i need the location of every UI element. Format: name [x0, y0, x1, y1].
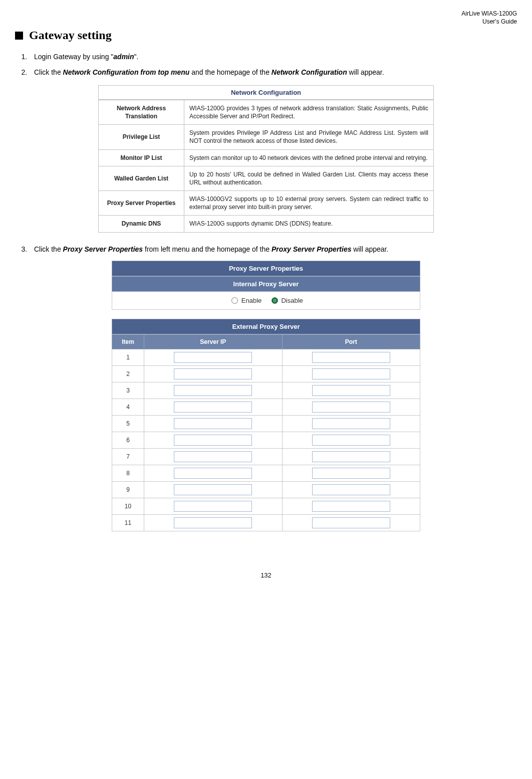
- netcfg-row-label[interactable]: Monitor IP List: [99, 149, 184, 166]
- enable-option[interactable]: Enable: [229, 297, 261, 304]
- table-row: 1: [112, 349, 420, 366]
- table-row: 11: [112, 515, 420, 531]
- item-number: 3: [112, 382, 144, 399]
- table-row: 6: [112, 432, 420, 449]
- server-ip-input[interactable]: [174, 484, 252, 495]
- internal-proxy-banner: Internal Proxy Server: [112, 276, 420, 292]
- table-row: Network Address TranslationWIAS-1200G pr…: [99, 100, 434, 124]
- port-input[interactable]: [312, 484, 390, 495]
- square-bullet-icon: [15, 32, 23, 40]
- netcfg-row-desc: WIAS-1200G supports dynamic DNS (DDNS) f…: [184, 216, 434, 232]
- netcfg-row-desc: System can monitor up to 40 network devi…: [184, 149, 434, 166]
- network-config-table: Network Address TranslationWIAS-1200G pr…: [98, 100, 434, 233]
- table-row: Walled Garden ListUp to 20 hosts' URL co…: [99, 166, 434, 190]
- item-number: 10: [112, 498, 144, 515]
- server-ip-input[interactable]: [174, 517, 252, 528]
- netcfg-row-desc: Up to 20 hosts' URL could be defined in …: [184, 166, 434, 190]
- netcfg-row-label[interactable]: Network Address Translation: [99, 100, 184, 124]
- table-row: Monitor IP ListSystem can monitor up to …: [99, 149, 434, 166]
- server-ip-input[interactable]: [174, 368, 252, 379]
- network-config-title: Network Configuration: [98, 85, 434, 100]
- table-row: 7: [112, 449, 420, 465]
- doc-title: User's Guide: [482, 18, 517, 25]
- item-number: 8: [112, 465, 144, 482]
- step-3: Click the Proxy Server Properties from l…: [29, 242, 517, 257]
- item-number: 7: [112, 449, 144, 465]
- table-row: 8: [112, 465, 420, 482]
- server-ip-input[interactable]: [174, 501, 252, 512]
- admin-keyword: admin: [113, 53, 134, 61]
- steps-list-continued: Click the Proxy Server Properties from l…: [15, 242, 517, 257]
- port-input[interactable]: [312, 352, 390, 363]
- table-row: Dynamic DNSWIAS-1200G supports dynamic D…: [99, 216, 434, 232]
- port-input[interactable]: [312, 435, 390, 446]
- server-ip-input[interactable]: [174, 468, 252, 479]
- port-input[interactable]: [312, 451, 390, 462]
- disable-option[interactable]: Disable: [269, 297, 303, 304]
- port-input[interactable]: [312, 418, 390, 429]
- item-number: 2: [112, 366, 144, 382]
- server-ip-input[interactable]: [174, 451, 252, 462]
- external-proxy-banner: External Proxy Server: [112, 319, 420, 334]
- proxy-properties-screenshot: Proxy Server Properties Internal Proxy S…: [112, 261, 420, 531]
- netcfg-row-desc: WIAS-1000GV2 supports up to 10 external …: [184, 191, 434, 216]
- item-number: 1: [112, 349, 144, 366]
- item-number: 9: [112, 482, 144, 498]
- network-config-screenshot: Network Configuration Network Address Tr…: [98, 85, 434, 233]
- doc-header: AirLive WIAS-1200G User's Guide: [15, 10, 517, 26]
- section-heading: Gateway setting: [15, 29, 517, 42]
- port-input[interactable]: [312, 402, 390, 413]
- server-ip-input[interactable]: [174, 402, 252, 413]
- netcfg-row-label[interactable]: Walled Garden List: [99, 166, 184, 190]
- external-proxy-table: Item Server IP Port 1234567891011: [112, 334, 420, 531]
- table-row: Privilege ListSystem provides Privilege …: [99, 125, 434, 149]
- section-title-text: Gateway setting: [29, 29, 112, 42]
- enable-radio[interactable]: [231, 297, 238, 304]
- table-row: 9: [112, 482, 420, 498]
- steps-list: Login Gateway by using "admin". Click th…: [15, 49, 517, 80]
- netcfg-row-label[interactable]: Dynamic DNS: [99, 216, 184, 232]
- port-input[interactable]: [312, 468, 390, 479]
- netcfg-row-label[interactable]: Proxy Server Properties: [99, 191, 184, 216]
- item-number: 5: [112, 416, 144, 432]
- table-row: 5: [112, 416, 420, 432]
- server-ip-input[interactable]: [174, 352, 252, 363]
- proxy-title-banner: Proxy Server Properties: [112, 261, 420, 276]
- netcfg-row-label[interactable]: Privilege List: [99, 125, 184, 149]
- port-input[interactable]: [312, 385, 390, 396]
- product-name: AirLive WIAS-1200G: [461, 10, 517, 17]
- col-item: Item: [112, 335, 144, 349]
- server-ip-input[interactable]: [174, 385, 252, 396]
- port-input[interactable]: [312, 501, 390, 512]
- netcfg-row-desc: WIAS-1200G provides 3 types of network a…: [184, 100, 434, 124]
- col-port: Port: [282, 335, 420, 349]
- port-input[interactable]: [312, 368, 390, 379]
- item-number: 11: [112, 515, 144, 531]
- table-row: Proxy Server PropertiesWIAS-1000GV2 supp…: [99, 191, 434, 216]
- netcfg-row-desc: System provides Privilege IP Address Lis…: [184, 125, 434, 149]
- table-row: 10: [112, 498, 420, 515]
- table-row: 3: [112, 382, 420, 399]
- table-row: 4: [112, 399, 420, 416]
- col-server-ip: Server IP: [144, 335, 283, 349]
- server-ip-input[interactable]: [174, 435, 252, 446]
- step-1: Login Gateway by using "admin".: [29, 49, 517, 65]
- disable-radio[interactable]: [272, 297, 278, 304]
- table-row: 2: [112, 366, 420, 382]
- server-ip-input[interactable]: [174, 418, 252, 429]
- page-number: 132: [15, 571, 517, 579]
- item-number: 4: [112, 399, 144, 416]
- internal-proxy-radio-row: Enable Disable: [112, 292, 420, 310]
- port-input[interactable]: [312, 517, 390, 528]
- item-number: 6: [112, 432, 144, 449]
- step-2: Click the Network Configuration from top…: [29, 65, 517, 80]
